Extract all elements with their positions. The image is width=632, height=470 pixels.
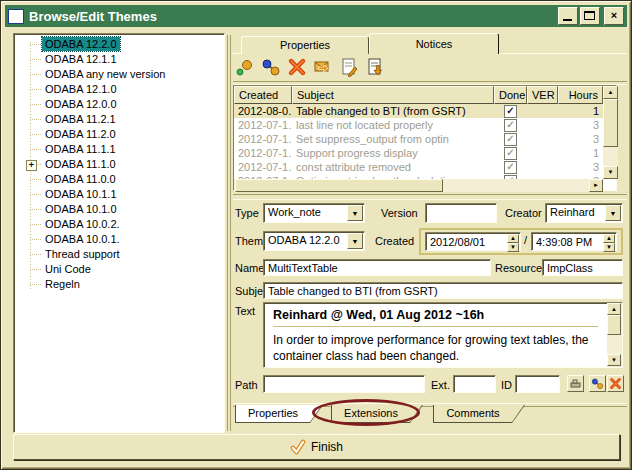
tree-item-thread-support[interactable]: Thread support [14, 247, 224, 262]
ext-field[interactable] [453, 375, 496, 393]
horizontal-scroll-thumb[interactable] [235, 179, 443, 192]
table-row[interactable]: 2012-08-0... Table changed to BTI (from … [234, 104, 603, 118]
path-label: Path [235, 379, 258, 391]
tree-item-odaba-11-0-0[interactable]: ODABA 11.0.0 [14, 172, 224, 187]
table-form-splitter[interactable] [233, 194, 627, 200]
spin-down-icon[interactable]: ▼ [603, 243, 615, 252]
window-icon [8, 9, 24, 24]
column-header-hours[interactable]: Hours [558, 86, 603, 104]
tree-item-odaba-10-0-2[interactable]: ODABA 10.0.2. [14, 217, 224, 232]
column-header-done[interactable]: Done [494, 86, 527, 104]
path-field[interactable] [263, 375, 425, 393]
browse-path-button[interactable] [567, 375, 584, 392]
subject-field[interactable] [263, 282, 623, 299]
tree-item-odaba-11-1-1[interactable]: ODABA 11.1.1 [14, 142, 224, 157]
chevron-down-icon[interactable]: ▼ [347, 233, 363, 249]
column-header-subject[interactable]: Subject [292, 86, 494, 104]
tree-item-odaba-10-0-1[interactable]: ODABA 10.0.1. [14, 232, 224, 247]
created-label: Created [375, 235, 414, 247]
close-button[interactable]: × [604, 7, 624, 25]
created-time-spinner[interactable]: ▲ ▼ [531, 232, 617, 251]
type-combobox[interactable]: Work_note ▼ [263, 203, 365, 223]
table-vertical-scrollbar[interactable]: ▲ ▼ [603, 86, 618, 179]
created-date-spinner[interactable]: ▲ ▼ [425, 232, 521, 251]
tab-extensions[interactable]: Extensions [331, 405, 423, 423]
table-row[interactable]: 2012-07-1... last line not located prope… [234, 118, 603, 132]
text-body: In order to improve performance for grow… [273, 332, 598, 364]
text-scroll-thumb[interactable] [607, 315, 621, 335]
tree-item-odaba-12-2-0[interactable]: ODABA 12.2.0 [14, 37, 224, 52]
maximize-icon [584, 11, 595, 20]
scroll-right-icon[interactable]: ► [589, 179, 603, 192]
title-bar: Browse/Edit Themes × [5, 5, 627, 27]
scroll-up-icon[interactable]: ▲ [607, 303, 621, 315]
text-vertical-scrollbar[interactable]: ▲ ▼ [607, 303, 622, 367]
done-checkbox[interactable]: ✓ [504, 147, 517, 160]
link-nodes-icon[interactable] [261, 57, 281, 77]
spin-up-icon[interactable]: ▲ [603, 234, 615, 243]
creator-label: Creator [505, 207, 542, 219]
table-row[interactable]: 2012-07-1... const attribute removed ✓ 3 [234, 160, 603, 174]
delete-icon[interactable] [287, 57, 307, 77]
close-icon: × [611, 9, 617, 21]
chevron-down-icon[interactable]: ▼ [347, 205, 363, 221]
tree-item-odaba-11-2-1[interactable]: ODABA 11.2.1 [14, 112, 224, 127]
theme-combobox[interactable]: ODABA 12.2.0 ▼ [263, 231, 365, 251]
panel-splitter[interactable] [227, 35, 228, 431]
tree-item-odaba-12-0-0[interactable]: ODABA 12.0.0 [14, 97, 224, 112]
link-resource-button[interactable] [589, 375, 606, 392]
tab-properties-bottom[interactable]: Properties [235, 405, 323, 423]
done-checkbox[interactable]: ✓ [504, 119, 517, 132]
tab-notices[interactable]: Notices [369, 33, 499, 54]
check-icon [290, 439, 306, 455]
delete-icon [609, 377, 622, 390]
notices-toolbar [235, 57, 385, 79]
finish-label: Finish [311, 440, 343, 454]
clear-path-button[interactable] [607, 375, 624, 392]
scroll-down-icon[interactable]: ▼ [607, 354, 621, 366]
resource-field[interactable] [542, 259, 623, 276]
tree-item-odaba-12-1-0[interactable]: ODABA 12.1.0 [14, 82, 224, 97]
scroll-down-icon[interactable]: ▼ [603, 166, 618, 179]
text-label: Text [235, 305, 255, 317]
spin-down-icon[interactable]: ▼ [507, 243, 519, 252]
send-mail-icon[interactable] [313, 57, 333, 77]
id-label: ID [501, 379, 512, 391]
tree-item-uni-code[interactable]: Uni Code [14, 262, 224, 277]
tree-item-odaba-11-2-0[interactable]: ODABA 11.2.0 [14, 127, 224, 142]
finish-button[interactable]: Finish [13, 434, 620, 460]
new-node-icon[interactable] [235, 57, 255, 77]
text-editor[interactable]: Reinhard @ Wed, 01 Aug 2012 ~16h In orde… [263, 302, 623, 368]
column-header-created[interactable]: Created [234, 86, 292, 104]
table-row[interactable]: 2012-07-1... Support progress display ✓ … [234, 146, 603, 160]
done-checkbox[interactable]: ✓ [504, 105, 517, 118]
names-field[interactable] [263, 259, 491, 276]
creator-combobox[interactable]: Reinhard ▼ [545, 203, 623, 223]
tree-item-regeln[interactable]: Regeln [14, 277, 224, 292]
tree-item-odaba-any-new-version[interactable]: ODABA any new version [14, 67, 224, 82]
maximize-button[interactable] [580, 7, 600, 25]
id-field[interactable] [515, 375, 560, 393]
spin-up-icon[interactable]: ▲ [507, 234, 519, 243]
tree-item-odaba-10-1-1[interactable]: ODABA 10.1.1 [14, 187, 224, 202]
table-row[interactable]: 2012-07-1... Set suppress_output from op… [234, 132, 603, 146]
minimize-button[interactable] [558, 7, 578, 25]
tree-item-odaba-10-1-0[interactable]: ODABA 10.1.0 [14, 202, 224, 217]
tree-item-odaba-12-1-1[interactable]: ODABA 12.1.1 [14, 52, 224, 67]
table-body: 2012-08-0... Table changed to BTI (from … [234, 104, 603, 179]
done-checkbox[interactable]: ✓ [504, 133, 517, 146]
version-field[interactable] [425, 203, 497, 223]
tab-comments[interactable]: Comments [433, 405, 525, 423]
done-checkbox[interactable]: ✓ [504, 161, 517, 174]
chevron-down-icon[interactable]: ▼ [605, 205, 621, 221]
tree-item-odaba-11-1-0[interactable]: +ODABA 11.1.0 [14, 157, 224, 172]
scroll-up-icon[interactable]: ▲ [603, 86, 618, 99]
edit-document-icon[interactable] [339, 57, 359, 77]
column-header-ver[interactable]: VER [527, 86, 558, 104]
browse-edit-themes-window: Browse/Edit Themes × ODABA 12.2.0 ODABA … [0, 0, 632, 470]
expand-plus-icon[interactable]: + [26, 160, 37, 171]
table-horizontal-scrollbar[interactable]: ► [234, 179, 603, 192]
vertical-scroll-thumb[interactable] [603, 99, 618, 147]
export-document-icon[interactable] [365, 57, 385, 77]
tab-properties-top[interactable]: Properties [241, 36, 369, 54]
